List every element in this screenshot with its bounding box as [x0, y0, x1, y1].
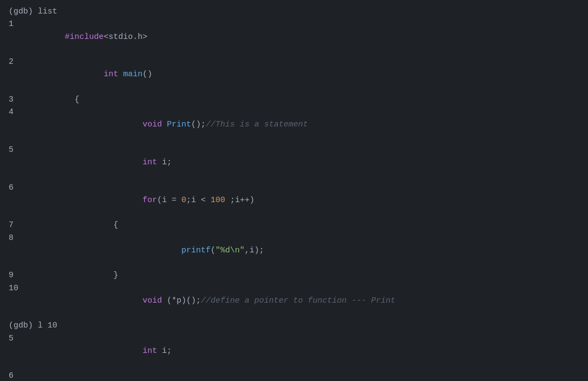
gdb-command-list: (gdb) list: [9, 5, 579, 18]
code-line-4: 4 void Print();//This is a statement: [9, 106, 579, 144]
code-line-2: 2 int main(): [9, 56, 579, 93]
code-line-6b: 6 for(i = 0;i < 100 ;i++): [9, 370, 579, 381]
code-line-7: 7 {: [9, 219, 579, 231]
code-line-1: 1 #include<stdio.h>: [9, 18, 579, 56]
code-line-3: 3 {: [9, 93, 579, 106]
code-line-9: 9 }: [9, 269, 579, 282]
gdb-command-l10: (gdb) l 10: [9, 319, 579, 332]
code-line-5: 5 int i;: [9, 144, 579, 182]
code-line-8: 8 printf("%d\n",i);: [9, 232, 579, 270]
code-line-10: 10 void (*p)();//define a pointer to fun…: [9, 282, 579, 320]
terminal: (gdb) list 1 #include<stdio.h> 2 int mai…: [0, 0, 588, 381]
code-line-5b: 5 int i;: [9, 332, 579, 370]
code-line-6: 6 for(i = 0;i < 100 ;i++): [9, 182, 579, 219]
